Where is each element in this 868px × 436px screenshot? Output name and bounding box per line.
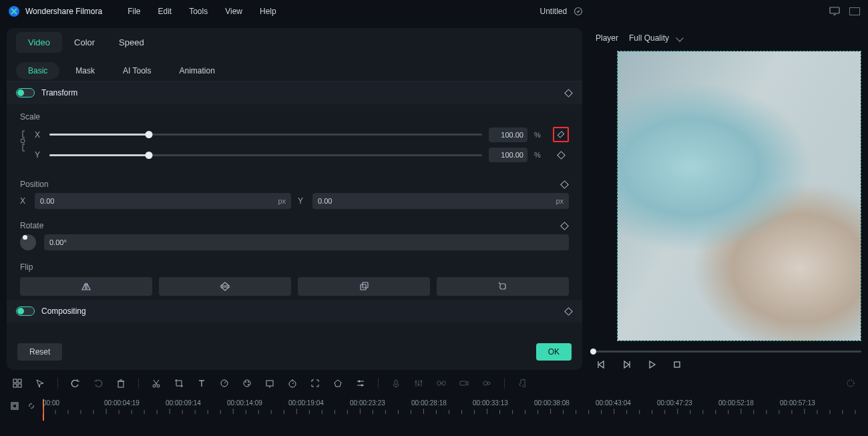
tl-voice-icon[interactable] xyxy=(391,378,401,389)
tab-video[interactable]: Video xyxy=(16,32,62,53)
tl-cursor-icon[interactable] xyxy=(35,378,45,389)
tl-smart-icon[interactable] xyxy=(481,378,492,389)
tl-export-frame-icon[interactable] xyxy=(264,378,275,389)
position-y-value: 0.00 xyxy=(318,197,332,205)
subtab-animation[interactable]: Animation xyxy=(167,62,226,79)
position-y-input[interactable]: 0.00 px xyxy=(312,193,569,209)
flip-label: Flip xyxy=(20,262,569,272)
tl-crop-icon[interactable] xyxy=(174,378,184,389)
chevron-down-icon xyxy=(676,34,683,41)
transform-title: Transform xyxy=(41,88,564,97)
scale-x-keyframe-icon[interactable] xyxy=(553,127,569,142)
menu-tools[interactable]: Tools xyxy=(189,7,208,16)
player-scrub-thumb[interactable] xyxy=(590,349,596,355)
compositing-toggle[interactable] xyxy=(16,306,35,316)
svg-point-34 xyxy=(361,385,363,387)
tl-marker-icon[interactable] xyxy=(333,378,343,389)
svg-point-19 xyxy=(157,385,160,387)
tl-text-icon[interactable] xyxy=(196,378,207,389)
svg-point-47 xyxy=(487,382,490,385)
position-x-input[interactable]: 0.00 px xyxy=(35,193,291,209)
svg-point-46 xyxy=(483,381,487,385)
position-y-unit: px xyxy=(556,197,564,205)
timeline-area: 00:0000:00:04:1900:00:09:1400:00:14:0900… xyxy=(0,397,868,421)
timeline-ruler[interactable]: 00:0000:00:04:1900:00:09:1400:00:14:0900… xyxy=(43,399,868,421)
flip-horizontal-button[interactable] xyxy=(20,277,152,296)
tab-speed[interactable]: Speed xyxy=(107,32,156,53)
tl-adjust-icon[interactable] xyxy=(355,378,366,389)
scale-y-slider[interactable] xyxy=(49,154,482,156)
tl-track-icon[interactable] xyxy=(9,401,19,411)
rotate-keyframe-icon[interactable] xyxy=(560,221,569,230)
tab-color[interactable]: Color xyxy=(62,32,107,53)
player-play-icon[interactable] xyxy=(646,359,657,370)
rotate-dial[interactable] xyxy=(20,234,36,250)
tl-record-icon[interactable] xyxy=(459,378,469,389)
cloud-sync-icon[interactable] xyxy=(574,7,583,16)
video-preview xyxy=(618,51,861,341)
timeline-tick-label: 00:00:28:18 xyxy=(411,399,473,407)
svg-point-4 xyxy=(21,139,25,143)
scale-link-icon[interactable] xyxy=(20,127,29,155)
display-icon[interactable] xyxy=(829,7,840,16)
scale-x-slider[interactable] xyxy=(49,134,482,136)
scale-y-value[interactable]: 100.00 xyxy=(489,148,527,162)
flip-rotate-button[interactable] xyxy=(437,277,569,296)
document-title: Untitled xyxy=(540,7,568,16)
svg-rect-50 xyxy=(13,404,17,408)
section-transform-header[interactable]: Transform xyxy=(7,81,582,104)
timeline-tick-label: 00:00:33:13 xyxy=(473,399,534,407)
subtab-ai-tools[interactable]: AI Tools xyxy=(111,62,163,79)
scale-y-unit: % xyxy=(534,151,546,159)
position-x-label: X xyxy=(20,196,28,206)
tl-speed-ramp-icon[interactable] xyxy=(219,378,230,389)
scale-y-keyframe-icon[interactable] xyxy=(553,152,569,158)
menu-file[interactable]: File xyxy=(128,7,140,16)
inspector-tabs-sub: Basic Mask AI Tools Animation xyxy=(7,56,582,81)
transform-toggle[interactable] xyxy=(16,88,35,97)
menu-view[interactable]: View xyxy=(225,7,242,16)
tl-undo-icon[interactable] xyxy=(70,378,81,389)
tl-sep xyxy=(504,378,505,389)
menu-help[interactable]: Help xyxy=(260,7,276,16)
tl-link-icon[interactable] xyxy=(436,378,447,389)
reset-button[interactable]: Reset xyxy=(17,343,62,361)
menu-edit[interactable]: Edit xyxy=(158,7,172,16)
tl-timer-icon[interactable] xyxy=(287,378,298,389)
svg-point-18 xyxy=(153,385,156,387)
ok-button[interactable]: OK xyxy=(536,343,572,361)
tl-split-icon[interactable] xyxy=(151,378,162,389)
app-logo-icon xyxy=(8,5,20,17)
player-step-back-icon[interactable] xyxy=(621,359,632,370)
tl-delete-icon[interactable] xyxy=(116,378,126,389)
section-compositing-header[interactable]: Compositing xyxy=(7,300,582,322)
position-keyframe-icon[interactable] xyxy=(560,180,569,189)
flip-vertical-button[interactable] xyxy=(159,277,291,296)
flip-copy-button[interactable] xyxy=(298,277,430,296)
transform-keyframe-icon[interactable] xyxy=(564,88,573,97)
svg-rect-13 xyxy=(13,384,17,387)
subtab-basic[interactable]: Basic xyxy=(16,62,59,79)
scale-label: Scale xyxy=(20,112,569,122)
tl-redo-icon[interactable] xyxy=(93,378,103,389)
tl-mixer-icon[interactable] xyxy=(413,378,424,389)
timeline-tick-label: 00:00:52:18 xyxy=(718,399,780,407)
tl-unlink-icon[interactable] xyxy=(26,401,36,411)
tl-color-icon[interactable] xyxy=(242,378,252,389)
player-quality-select[interactable]: Full Quality xyxy=(629,33,682,43)
window-restore-icon[interactable] xyxy=(849,7,860,15)
compositing-keyframe-icon[interactable] xyxy=(564,306,573,316)
scale-x-unit: % xyxy=(534,131,546,139)
tl-grid-icon[interactable] xyxy=(12,378,23,389)
player-prev-icon[interactable] xyxy=(596,359,606,370)
tl-settings-icon[interactable] xyxy=(845,378,856,389)
tl-music-icon[interactable] xyxy=(517,378,527,389)
player-viewport[interactable] xyxy=(617,51,861,341)
tl-fullscreen-icon[interactable] xyxy=(310,378,320,389)
svg-point-26 xyxy=(248,384,249,385)
rotate-value-input[interactable]: 0.00° xyxy=(44,234,569,250)
player-stop-icon[interactable] xyxy=(672,359,682,370)
player-scrubber[interactable] xyxy=(590,351,861,353)
scale-x-value[interactable]: 100.00 xyxy=(489,128,527,142)
subtab-mask[interactable]: Mask xyxy=(63,62,107,79)
